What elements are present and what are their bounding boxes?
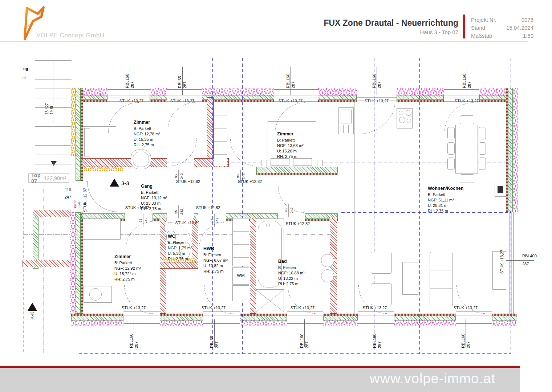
parapet-annotation: RBL160287 xyxy=(372,325,382,348)
website-url: www.volpe-immo.at xyxy=(370,371,495,387)
unit-area: 122,90m² xyxy=(44,175,66,181)
room-spec: NGF: 10,88 m² xyxy=(278,270,305,276)
room-spec: B: Fliesen xyxy=(203,252,228,258)
room-spec: B: Parkett xyxy=(134,126,160,131)
dimension-line xyxy=(54,194,84,194)
wall-insulation-strip xyxy=(84,167,123,171)
interior-bearing-wall xyxy=(82,213,125,219)
interior-wall-brick xyxy=(256,173,338,175)
sink-drainer xyxy=(341,125,352,133)
washbasin xyxy=(321,269,334,282)
section-marker-kk-label: K-K xyxy=(29,308,35,324)
room-spec: NGF: 51,11 m² xyxy=(428,197,463,203)
exterior-wall xyxy=(318,95,357,100)
level-line xyxy=(341,212,511,213)
section-marker-33-icon xyxy=(110,179,119,187)
exterior-wall-insulation xyxy=(240,320,287,326)
room-spec: RH: 2,75 m xyxy=(278,281,305,287)
exterior-wall xyxy=(323,316,358,320)
chair xyxy=(460,174,474,183)
room-spec: NGF: 12,78 m² xyxy=(134,131,160,137)
room-name: Zimmer xyxy=(134,120,160,125)
exterior-wall-insulation xyxy=(323,320,358,326)
entrance-depth: 247 xyxy=(54,195,71,199)
parapet-code: RBL160 xyxy=(372,325,377,348)
exterior-wall-insulation xyxy=(397,88,444,95)
door-height: 242 xyxy=(179,170,184,183)
parapet-code: RBL160 xyxy=(125,65,130,88)
level-annotation: STUK +13,27 xyxy=(450,99,483,103)
room-label: BadB: FliesenNGF: 10,88 m²U: 13,22 mRH: … xyxy=(278,259,305,287)
room-label: ZimmerB: ParkettNGF: 12,92 m²U: 15,72⁵ m… xyxy=(114,254,141,282)
window-sill xyxy=(123,311,160,315)
room-label: HWRB: FliesenNGF: 6,67 m²U: 10,82 mRH: 2… xyxy=(203,246,228,274)
door-dimension: 95242 xyxy=(210,214,219,227)
room-spec: B: Parkett xyxy=(141,190,167,195)
parapet-code: RBL65 xyxy=(209,325,214,348)
room-spec: B: Fliesen xyxy=(168,240,192,245)
exterior-wall-insulation xyxy=(394,320,456,326)
room-name: Bad xyxy=(278,259,305,264)
door-width: 95 xyxy=(138,214,143,227)
parapet-annotation: RBL160287 xyxy=(462,65,472,88)
stair-annotation: 18 / 27 19 St xyxy=(45,93,54,114)
tub-faucet xyxy=(266,224,270,227)
door-fire-rating: EI2 30 xyxy=(74,196,77,208)
room-spec: NGF: 13,12 m² xyxy=(141,195,167,201)
room-spec: U: 28,81 m xyxy=(428,203,463,208)
door-swing-arc xyxy=(169,138,197,166)
room-label: Wohnen/KochenB: ParkettNGF: 51,11 m²U: 2… xyxy=(428,186,463,214)
parapet-code: RBL160 xyxy=(460,325,466,348)
level-annotation: STUK +13,27 xyxy=(500,245,504,278)
parapet-annotation: RBL160287 xyxy=(372,65,382,88)
window-sill xyxy=(203,311,240,315)
level-annotation: STUK +12,82 xyxy=(171,221,204,225)
level-annotation: STUK +12,82 xyxy=(192,205,224,210)
floor-plan: Top 07 122,90m² 3-3 K-K 18 / 27 19 St ng… xyxy=(0,0,552,392)
door-swing-arc xyxy=(275,102,306,134)
exterior-wall xyxy=(397,95,444,100)
interior-bearing-wall xyxy=(256,167,338,173)
chair xyxy=(479,158,486,170)
door-swing-arc xyxy=(357,102,395,134)
room-spec: NGF: 13,63 m² xyxy=(277,143,304,148)
burner xyxy=(399,117,405,123)
edge-label: ng xyxy=(23,66,28,71)
tap xyxy=(333,274,336,277)
room-name: Gang xyxy=(141,184,167,189)
exterior-wall-insulation xyxy=(70,212,76,314)
parapet-annotation: RBL160287 xyxy=(299,325,309,348)
sofa-seam xyxy=(430,288,453,289)
level-annotation: STUK +13,27 xyxy=(274,99,307,103)
window-sill xyxy=(287,311,323,315)
door-width: 95 xyxy=(284,204,289,217)
window xyxy=(123,315,160,324)
armchair xyxy=(371,252,392,274)
room-name: Zimmer xyxy=(277,131,304,136)
level-annotation: STUK +13,27 xyxy=(197,306,230,310)
door-dimension: 95242 xyxy=(236,170,245,183)
room-spec: RH: 2,75 m xyxy=(277,154,304,159)
room-label: WCB: FliesenNGF: 1,79 m²U: 5,38 mRH: 2,7… xyxy=(168,234,192,262)
neighbor-wall xyxy=(33,210,71,217)
level-annotation: STUK +13,27 xyxy=(358,306,391,310)
door-dimension: 95242 xyxy=(174,205,184,219)
party-wall-insulation xyxy=(71,88,76,156)
door-height: 242 xyxy=(289,204,294,217)
room-spec: U: 15,35 m xyxy=(134,137,160,142)
room-spec: NGF: 6,67 m² xyxy=(203,258,228,263)
parapet-annotation: RBL65287 xyxy=(177,65,187,88)
burner xyxy=(407,119,411,123)
window-sill xyxy=(456,311,492,315)
window-sill xyxy=(358,311,394,315)
exterior-wall xyxy=(160,316,203,320)
parapet-code: RBL160 xyxy=(372,65,377,88)
wardrobe-divider xyxy=(102,219,102,240)
door-dimension: 95242 xyxy=(174,170,184,183)
room-name: Zimmer xyxy=(114,254,141,259)
room-spec: NGF: 12,92 m² xyxy=(114,266,141,271)
parapet-code: RBL160 xyxy=(299,325,304,348)
door-swing-arc xyxy=(168,102,195,130)
parapet-code: RBL160 xyxy=(129,325,134,348)
door-dimension: 95242 xyxy=(284,204,294,217)
